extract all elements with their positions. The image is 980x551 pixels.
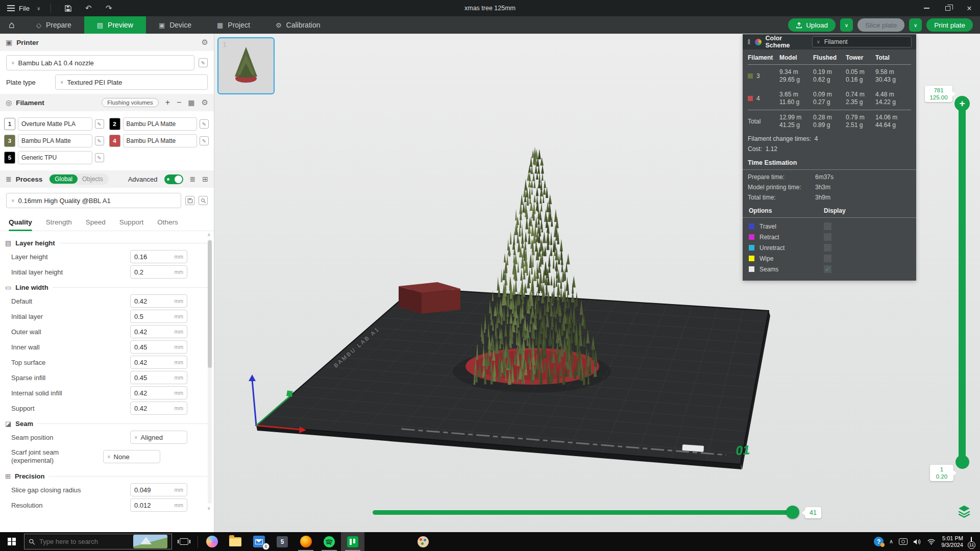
taskbar-firefox[interactable]: [294, 532, 317, 551]
scope-global-button[interactable]: Global: [50, 174, 78, 184]
line-width-sparse-infill-input[interactable]: 0.45mm: [130, 371, 187, 384]
filament-edit-button[interactable]: ✎: [200, 136, 209, 145]
notification-center-button[interactable]: 11: [971, 537, 972, 546]
slice-plate-button[interactable]: Slice plate: [857, 18, 904, 32]
tab-project[interactable]: ▦Project: [204, 16, 263, 34]
tab-preview[interactable]: ▤Preview: [84, 16, 146, 34]
flushing-volumes-button[interactable]: Flushing volumes: [102, 98, 158, 107]
close-button[interactable]: ✕: [959, 0, 980, 16]
resolution-input[interactable]: 0.012mm: [130, 498, 187, 512]
filament-edit-button[interactable]: ✎: [95, 153, 104, 162]
redo-button[interactable]: ↷: [102, 2, 115, 15]
tab-quality[interactable]: Quality: [9, 213, 32, 231]
print-plate-button[interactable]: Print plate: [926, 18, 973, 32]
taskbar-mail[interactable]: 6: [247, 532, 271, 551]
home-button[interactable]: ⌂: [0, 16, 23, 34]
settings-scrollbar[interactable]: ∧ ∨: [207, 232, 213, 511]
line-width-top-surface-input[interactable]: 0.42mm: [130, 356, 187, 369]
filament-slot-3[interactable]: 3 Bambu PLA Matte ✎: [4, 134, 104, 147]
start-button[interactable]: [0, 532, 23, 551]
minimize-button[interactable]: [916, 0, 937, 16]
advanced-toggle[interactable]: [164, 174, 183, 184]
printer-settings-gear-icon[interactable]: ⚙: [202, 38, 208, 47]
scarf-joint-seam-select[interactable]: ∨None: [103, 450, 160, 463]
taskbar-bambu-studio[interactable]: [341, 532, 364, 551]
slice-gap-closing-input[interactable]: 0.049mm: [130, 483, 187, 496]
initial-layer-height-input[interactable]: 0.2mm: [130, 265, 187, 279]
scroll-down-icon[interactable]: ∨: [207, 506, 211, 511]
scrollbar-thumb[interactable]: [208, 240, 212, 368]
line-width-default-input[interactable]: 0.42mm: [130, 294, 187, 308]
parameter-compare-icon[interactable]: ⊞: [202, 175, 208, 183]
scroll-up-icon[interactable]: ∧: [207, 232, 211, 237]
seams-checkbox[interactable]: ✓: [824, 265, 831, 273]
filament-slot-1[interactable]: 1 Overture Matte PLA ✎: [4, 117, 104, 131]
weather-widget[interactable]: [133, 535, 167, 548]
tray-clock[interactable]: 5:01 PM 9/3/2024: [941, 535, 963, 548]
wipe-checkbox[interactable]: ✓: [824, 255, 831, 262]
move-slider-track[interactable]: [373, 510, 798, 515]
taskbar-copilot[interactable]: [200, 532, 224, 551]
file-menu[interactable]: File: [7, 5, 30, 12]
layer-slider-track[interactable]: [959, 102, 966, 463]
upload-dropdown-chevron-icon[interactable]: ∨: [840, 18, 853, 32]
filament-edit-button[interactable]: ✎: [95, 119, 104, 129]
line-width-internal-solid-input[interactable]: 0.42mm: [130, 386, 187, 399]
ams-sync-icon[interactable]: ▦: [188, 98, 194, 107]
collapse-panel-icon[interactable]: ∧∧: [747, 39, 751, 44]
taskbar-search[interactable]: [24, 534, 172, 549]
task-view-button[interactable]: [172, 532, 195, 551]
line-width-outer-wall-input[interactable]: 0.42mm: [130, 325, 187, 338]
layer-height-input[interactable]: 0.16mm: [130, 250, 187, 263]
printer-edit-button[interactable]: ✎: [199, 58, 208, 67]
filament-edit-button[interactable]: ✎: [95, 136, 104, 145]
color-scheme-select[interactable]: ∨Filament: [812, 36, 912, 47]
process-preset-select[interactable]: ∨0.16mm High Quality @BBL A1: [6, 193, 181, 208]
tab-others[interactable]: Others: [157, 213, 178, 231]
filament-slot-2[interactable]: 2 Bambu PLA Matte ✎: [109, 117, 209, 131]
tab-support[interactable]: Support: [119, 213, 143, 231]
line-width-inner-wall-input[interactable]: 0.45mm: [130, 340, 187, 354]
remove-filament-button[interactable]: −: [177, 98, 181, 107]
taskbar-photos[interactable]: 5: [271, 532, 294, 551]
tab-strength[interactable]: Strength: [46, 213, 72, 231]
printer-preset-select[interactable]: ∨Bambu Lab A1 0.4 nozzle: [6, 55, 194, 70]
upload-button[interactable]: Upload: [788, 18, 836, 32]
process-save-button[interactable]: [185, 196, 194, 205]
taskbar-spotify[interactable]: [317, 532, 341, 551]
file-menu-chevron-icon[interactable]: ∨: [37, 6, 40, 11]
save-button[interactable]: [61, 2, 75, 15]
meet-now-icon[interactable]: [899, 538, 908, 545]
help-tray-icon[interactable]: ?: [874, 537, 884, 546]
tray-expand-chevron-icon[interactable]: ∧: [889, 538, 893, 545]
layer-slider-bottom-handle[interactable]: [955, 455, 969, 469]
filament-settings-gear-icon[interactable]: ⚙: [202, 98, 208, 107]
filament-edit-button[interactable]: ✎: [200, 119, 209, 129]
move-slider-handle[interactable]: [786, 506, 799, 519]
taskbar-file-explorer[interactable]: [224, 532, 247, 551]
line-width-initial-layer-input[interactable]: 0.5mm: [130, 310, 187, 323]
plate-type-select[interactable]: ∨Textured PEI Plate: [55, 74, 208, 90]
search-input[interactable]: [39, 538, 129, 545]
travel-checkbox[interactable]: ✓: [824, 222, 831, 230]
filament-slot-5[interactable]: 5 Generic TPU ✎: [4, 151, 104, 164]
undo-button[interactable]: ↶: [82, 2, 95, 15]
taskbar-paint[interactable]: [411, 532, 435, 551]
line-width-support-input[interactable]: 0.42mm: [130, 402, 187, 415]
seam-position-select[interactable]: ∨Aligned: [130, 431, 187, 444]
tab-prepare[interactable]: ◇Prepare: [23, 16, 84, 34]
layers-view-button[interactable]: [957, 504, 972, 519]
layer-slider-top-handle[interactable]: +: [954, 96, 970, 111]
speaker-icon[interactable]: [913, 538, 921, 545]
plate-thumbnail[interactable]: 1: [217, 37, 275, 94]
print-dropdown-chevron-icon[interactable]: ∨: [909, 18, 922, 32]
restore-button[interactable]: [937, 0, 959, 16]
filament-slot-4[interactable]: 4 Bambu PLA Matte ✎: [109, 134, 209, 147]
add-filament-button[interactable]: +: [165, 98, 170, 107]
tab-speed[interactable]: Speed: [86, 213, 106, 231]
scope-objects-button[interactable]: Objects: [78, 174, 108, 184]
wifi-icon[interactable]: [927, 538, 936, 545]
tab-device[interactable]: ▣Device: [146, 16, 204, 34]
process-search-button[interactable]: [199, 196, 208, 205]
parameter-list-icon[interactable]: ≣: [190, 175, 196, 183]
